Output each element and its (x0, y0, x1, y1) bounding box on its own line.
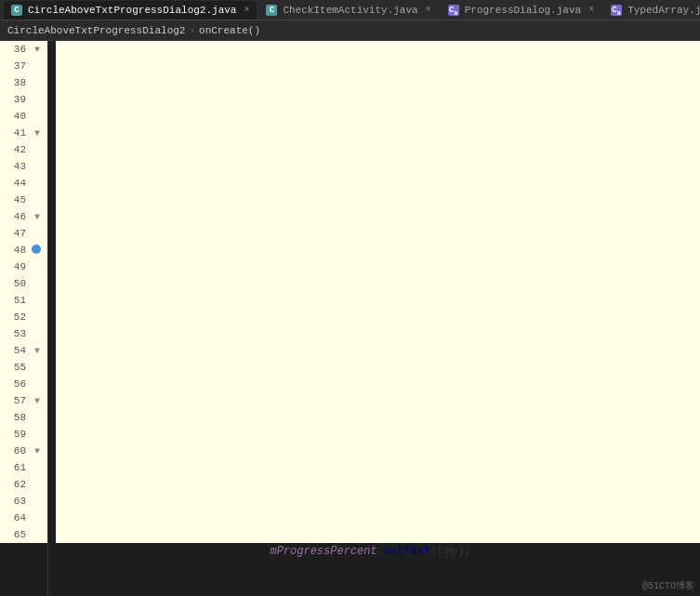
code-line-46: mViewUpdateHandler = new Handler() { (56, 208, 700, 225)
tab-close-2[interactable]: × (426, 5, 431, 15)
code-line-60: if (mProgressPercentFormat != null) { (56, 443, 700, 459)
line-row-39: 39 (0, 91, 47, 108)
tab-label-4: TypedArray.java (627, 5, 700, 16)
code-line-45: */ (56, 192, 700, 208)
code-line-40: com.android.internal.R.attr.alertDialogS… (56, 108, 700, 125)
line-num-42: 42 (0, 144, 30, 155)
line-row-49: 49 (0, 258, 47, 275)
breadcrumb-separator: › (189, 25, 195, 36)
line-row-65: 65 (0, 526, 47, 543)
file-icon-c2: C (266, 5, 277, 16)
tab-checkitem[interactable]: C CheckItemActivity.java × (258, 1, 438, 20)
line-num-53: 53 (0, 328, 30, 339)
code-lines: protected void onCreate(Bundle savedInst… (56, 41, 700, 543)
line-row-57: 57 ▼ (0, 392, 47, 409)
line-num-58: 58 (0, 412, 30, 423)
line-num-45: 45 (0, 194, 30, 205)
line-row-51: 51 (0, 292, 47, 309)
code-line-36: protected void onCreate(Bundle savedInst… (56, 41, 700, 58)
line-num-51: 51 (0, 295, 30, 306)
code-line-61: double percent = (double) progress / (do… (56, 459, 700, 476)
line-num-40: 40 (0, 111, 30, 122)
line-row-56: 56 (0, 376, 47, 392)
line-num-43: 43 (0, 161, 30, 172)
tab-close-3[interactable]: × (588, 5, 594, 15)
code-line-56: mProgressNumber.setText(String.format(fo… (56, 376, 700, 392)
code-line-59: } (56, 426, 700, 443)
fold-icon-57[interactable]: ▼ (30, 396, 45, 406)
file-icon-ca1: Ca (448, 5, 459, 16)
line-num-64: 64 (0, 512, 30, 523)
line-row-43: 43 (0, 158, 47, 175)
code-line-41: if (mProgressStyle == STYLE_HORIZONTAL) … (56, 125, 700, 141)
line-row-62: 62 (0, 476, 47, 493)
line-row-52: 52 (0, 309, 47, 325)
line-num-59: 59 (0, 429, 30, 440)
code-line-52: int progress = mProgress.getProgress(); (56, 309, 700, 325)
code-line-65: mProgressPercent.setText(tmp); (56, 526, 700, 543)
fold-icon-36[interactable]: ▼ (30, 45, 45, 55)
breakpoint-icon-48[interactable] (30, 245, 45, 257)
tab-progressdialog[interactable]: Ca ProgressDialog.java × (441, 1, 601, 20)
fold-icon-54[interactable]: ▼ (30, 346, 45, 356)
code-line-63: tmp.setSpan(new StyleSpan(android.graphi… (56, 493, 700, 510)
tab-circle-dialog[interactable]: C CircleAboveTxtProgressDialog2.java × (4, 1, 257, 20)
line-num-63: 63 (0, 496, 30, 507)
line-row-60: 60 ▼ (0, 443, 47, 459)
file-icon-ca2: Ca (611, 5, 622, 16)
fold-icon-41[interactable]: ▼ (30, 128, 45, 139)
watermark: @51CTO博客 (642, 579, 694, 592)
line-row-40: 40 (0, 108, 47, 125)
line-row-36: 36 ▼ (0, 41, 47, 58)
line-number-gutter: 36 ▼ 37 38 39 40 41 ▼ (0, 41, 48, 596)
line-num-62: 62 (0, 479, 30, 490)
code-line-48: public void handleMessage(Message msg) { (56, 242, 700, 258)
line-row-42: 42 (0, 141, 47, 158)
line-num-61: 61 (0, 462, 30, 473)
fold-icon-46[interactable]: ▼ (30, 212, 45, 222)
line-num-39: 39 (0, 94, 30, 105)
line-row-47: 47 (0, 225, 47, 242)
breadcrumb-bar: CircleAboveTxtProgressDialog2 › onCreate… (0, 20, 700, 41)
line-num-57: 57 (0, 395, 30, 406)
line-row-45: 45 (0, 192, 47, 208)
line-row-58: 58 (0, 409, 47, 426)
line-row-59: 59 (0, 426, 47, 443)
line-num-60: 60 (0, 445, 30, 457)
line-num-50: 50 (0, 278, 30, 289)
line-row-37: 37 (0, 58, 47, 74)
code-editor[interactable]: protected void onCreate(Bundle savedInst… (48, 41, 700, 596)
fold-icon-60[interactable]: ▼ (30, 446, 45, 457)
line-num-46: 46 (0, 211, 30, 222)
code-line-53: int max = mProgress.getMax(); (56, 325, 700, 342)
line-num-44: 44 (0, 178, 30, 189)
code-line-37: LayoutInflater inflater = LayoutInflater… (56, 58, 700, 74)
tab-bar: C CircleAboveTxtProgressDialog2.java × C… (0, 0, 700, 20)
line-row-46: 46 ▼ (0, 208, 47, 225)
code-line-43: /* Use a separate handler to update the … (56, 158, 700, 175)
editor-container: 36 ▼ 37 38 39 40 41 ▼ (0, 41, 700, 596)
line-row-48: 48 (0, 242, 47, 258)
line-row-44: 44 (0, 175, 47, 192)
file-icon-c: C (11, 5, 22, 16)
line-numbers: 36 ▼ 37 38 39 40 41 ▼ (0, 41, 47, 543)
line-row-64: 64 (0, 510, 47, 526)
line-num-41: 41 (0, 127, 30, 139)
breadcrumb-file[interactable]: CircleAboveTxtProgressDialog2 (7, 25, 185, 36)
code-line-44: * must be updated on the same thread tha… (56, 175, 700, 192)
tab-label-3: ProgressDialog.java (465, 5, 581, 16)
line-row-38: 38 (0, 74, 47, 91)
line-num-55: 55 (0, 362, 30, 373)
line-row-50: 50 (0, 275, 47, 292)
code-line-64: start: 0, tmp.length(), Spannable.SPAN_E… (56, 510, 700, 526)
tab-typedarray[interactable]: Ca TypedArray.java × (603, 1, 700, 20)
line-num-47: 47 (0, 228, 30, 239)
line-num-56: 56 (0, 378, 30, 390)
line-row-55: 55 (0, 359, 47, 376)
code-line-62: SpannableString tmp = new SpannableStrin… (56, 476, 700, 493)
code-line-51: /* Update the number and percent */ (56, 292, 700, 309)
tab-close-1[interactable]: × (244, 5, 249, 15)
breadcrumb-method[interactable]: onCreate() (199, 25, 260, 36)
code-line-55: String format = mProgressNumberFormat; (56, 359, 700, 376)
code-line-58: mProgressNumber.setText(""); (56, 409, 700, 426)
